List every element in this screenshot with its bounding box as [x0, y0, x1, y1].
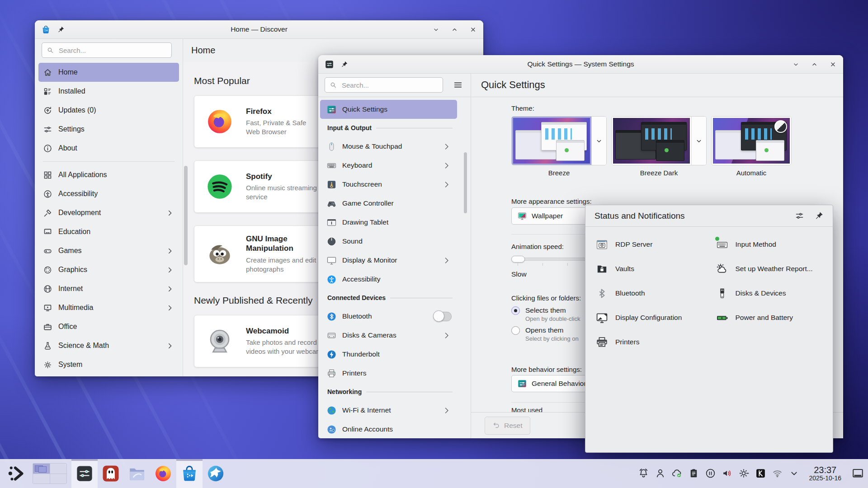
settings-nav-online-accounts[interactable]: Online Accounts [320, 420, 457, 439]
sidebar-section-connected-devices: Connected Devices [320, 289, 457, 307]
discover-nav-internet[interactable]: Internet [38, 279, 179, 298]
popup-item-vaults[interactable]: Vaults [589, 257, 709, 281]
theme-thumbnail[interactable] [512, 117, 591, 165]
close-button[interactable] [829, 61, 837, 68]
pin-icon[interactable] [340, 61, 348, 68]
expand-tray-icon[interactable] [788, 468, 800, 479]
discover-nav-all-applications[interactable]: All Applications [38, 165, 179, 184]
popup-item-set-up-weather-report[interactable]: Set up Weather Report... [709, 257, 830, 281]
firefox-task[interactable] [150, 459, 176, 488]
brightness-icon[interactable] [738, 468, 750, 479]
discover-nav-science-math[interactable]: Science & Math [38, 336, 179, 355]
user-indicator-icon[interactable] [655, 468, 666, 479]
search-input[interactable] [341, 81, 438, 89]
settings-nav-accessibility[interactable]: Accessibility [320, 270, 457, 289]
theme-variant-dropdown[interactable] [591, 117, 606, 165]
minimize-button[interactable] [792, 61, 800, 68]
discover-task[interactable] [176, 459, 203, 488]
settings-nav-thunderbolt[interactable]: Thunderbolt [320, 345, 457, 364]
settings-nav-touchscreen[interactable]: Touchscreen [320, 175, 457, 194]
popup-item-power-and-battery[interactable]: Power and Battery [709, 305, 830, 330]
ghostwriter-task[interactable] [98, 459, 124, 488]
settings-nav-disks-cameras[interactable]: Disks & Cameras [320, 326, 457, 345]
settings-nav-display-monitor[interactable]: Display & Monitor [320, 251, 457, 270]
popup-item-printers[interactable]: Printers [589, 330, 709, 354]
minimize-button[interactable] [432, 26, 440, 33]
discover-nav-office[interactable]: Office [38, 317, 179, 336]
discover-nav-system[interactable]: System [38, 355, 179, 374]
discover-nav-multimedia[interactable]: Multimedia [38, 298, 179, 317]
reset-button[interactable]: Reset [485, 417, 530, 435]
dolphin-task[interactable] [124, 459, 150, 488]
app-launcher[interactable] [5, 459, 28, 488]
settings-nav-drawing-tablet[interactable]: Drawing Tablet [320, 213, 457, 232]
discover-nav-education[interactable]: Education [38, 222, 179, 241]
settings-nav-wi-fi-internet[interactable]: Wi-Fi & Internet [320, 401, 457, 420]
pin-icon[interactable] [57, 26, 65, 33]
notifications-icon[interactable] [638, 468, 649, 479]
settings-search[interactable] [325, 77, 443, 93]
discover-nav-games[interactable]: Games [38, 241, 179, 260]
settings-nav-game-controller[interactable]: Game Controller [320, 194, 457, 213]
discover-titlebar[interactable]: Home — Discover [35, 20, 483, 39]
maximize-button[interactable] [451, 26, 458, 33]
settings-nav-sound[interactable]: Sound [320, 232, 457, 251]
discover-nav-accessibility[interactable]: Accessibility [38, 184, 179, 203]
falkon-task[interactable] [203, 459, 229, 488]
chevright-icon [441, 255, 452, 266]
menu-button[interactable] [449, 77, 467, 93]
audio-volume-icon[interactable] [722, 468, 733, 479]
close-button[interactable] [469, 26, 477, 33]
discover-search[interactable] [42, 42, 172, 58]
popup-item-input-method[interactable]: Input Method [709, 232, 830, 257]
clock-time: 23:37 [809, 465, 841, 475]
network-wifi-icon[interactable] [772, 468, 783, 479]
sidebar-scrollbar[interactable] [464, 152, 467, 213]
scrollbar[interactable] [184, 166, 188, 265]
discover-nav-updates-0[interactable]: Updates (0) [38, 101, 179, 120]
undo-icon [492, 422, 500, 429]
discover-nav-home[interactable]: Home [38, 63, 179, 82]
search-input[interactable] [58, 46, 167, 55]
virtual-desktop-pager[interactable] [33, 463, 67, 484]
search-icon [330, 81, 337, 89]
mouse-icon [326, 141, 337, 152]
discover-nav-graphics[interactable]: Graphics [38, 260, 179, 279]
settings-nav-bluetooth[interactable]: Bluetooth [320, 307, 457, 326]
settings-nav-keyboard[interactable]: Keyboard [320, 156, 457, 175]
show-desktop-button[interactable] [851, 467, 864, 480]
settings-nav-mouse-touchpad[interactable]: Mouse & Touchpad [320, 137, 457, 156]
settings-titlebar[interactable]: Quick Settings — System Settings [318, 55, 843, 74]
settings-nav-quick-settings[interactable]: Quick Settings [320, 100, 457, 119]
maximize-button[interactable] [811, 61, 818, 68]
ghost-icon [101, 464, 120, 483]
popup-item-disks-devices[interactable]: Disks & Devices [709, 281, 830, 305]
settings-nav-printers[interactable]: Printers [320, 364, 457, 383]
media-player-icon[interactable] [705, 468, 716, 479]
popup-item-bluetooth[interactable]: Bluetooth [589, 281, 709, 305]
theme-thumbnail[interactable] [612, 117, 691, 165]
system-settings-task[interactable] [71, 459, 98, 488]
popup-item-rdp-server[interactable]: RDP Server [589, 232, 709, 257]
pin-icon[interactable] [814, 211, 824, 221]
digital-clock[interactable]: 23:37 2025-10-16 [809, 465, 841, 482]
configure-icon[interactable] [795, 211, 804, 221]
bluetooth-toggle[interactable] [434, 312, 452, 321]
theme-option-automatic[interactable]: Automatic [711, 116, 792, 177]
popup-item-display-configuration[interactable]: Display Configuration [589, 305, 709, 330]
cloud-sync-icon[interactable] [671, 468, 683, 479]
theme-option-breeze-dark[interactable]: Breeze Dark [611, 116, 707, 177]
theme-thumbnail[interactable] [712, 117, 791, 165]
discover-nav-settings[interactable]: Settings [38, 120, 179, 139]
theme-label: Theme: [511, 104, 825, 113]
theme-option-breeze[interactable]: Breeze [511, 116, 607, 177]
discover-nav-installed[interactable]: Installed [38, 82, 179, 101]
theme-variant-dropdown[interactable] [691, 117, 706, 165]
slider-handle[interactable] [511, 256, 525, 263]
radio-button[interactable] [511, 326, 520, 335]
discover-nav-about[interactable]: About [38, 139, 179, 158]
radio-button[interactable] [511, 306, 520, 315]
k-app-icon[interactable] [755, 468, 766, 479]
clipboard-icon[interactable] [688, 468, 699, 479]
discover-nav-development[interactable]: Development [38, 203, 179, 222]
